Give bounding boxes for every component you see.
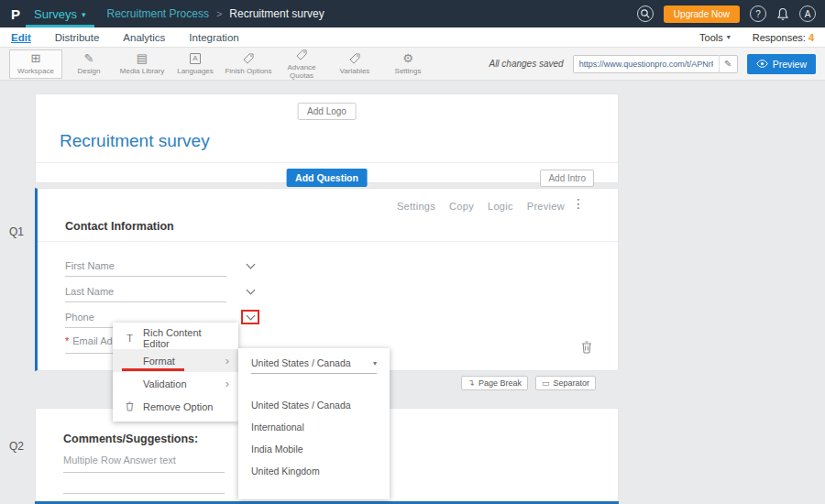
separator-button[interactable]: ▭ Separator (535, 376, 596, 390)
first-name-dropdown-button[interactable] (241, 258, 259, 273)
toolbar-item-workspace[interactable]: ⊞ Workspace (9, 49, 62, 79)
questionpro-logo[interactable]: P (11, 6, 20, 22)
help-button[interactable]: ? (750, 5, 766, 22)
tab-integration[interactable]: Integration (189, 32, 238, 43)
surveys-label: Surveys (34, 7, 77, 21)
add-logo-button[interactable]: Add Logo (297, 103, 357, 120)
option-united-kingdom[interactable]: United Kingdom (238, 460, 390, 482)
builder-toolbar: ⊞ Workspace ✎ Design ▤ Media Library A L… (0, 48, 825, 81)
submenu-arrow-icon: › (226, 355, 229, 367)
question-more-menu-icon[interactable]: ⋮ (572, 196, 585, 211)
menu-item-label: Rich Content Editor (143, 327, 229, 349)
survey-url-field: ✎ (573, 55, 738, 73)
survey-editor-canvas: Add Logo Recruitment survey Add Question… (0, 81, 825, 504)
menu-item-label: Remove Option (143, 401, 213, 412)
format-submenu-panel: United States / Canada ▾ United States /… (238, 348, 390, 499)
main-tab-bar: Edit Distribute Analytics Integration To… (0, 27, 825, 48)
separator-label: Separator (553, 378, 589, 388)
survey-title[interactable]: Recruitment survey (60, 131, 210, 151)
last-name-dropdown-button[interactable] (241, 284, 259, 299)
delete-question-button[interactable] (581, 341, 592, 357)
question-settings-link[interactable]: Settings (397, 201, 435, 212)
toolbar-item-finish-options[interactable]: Finish Options (222, 49, 275, 79)
phone-format-select[interactable]: United States / Canada ▾ (251, 357, 377, 374)
chevron-down-icon (246, 286, 255, 295)
notifications-button[interactable] (776, 7, 789, 21)
toolbar-item-label: Settings (395, 67, 422, 75)
add-question-button[interactable]: Add Question (286, 169, 368, 187)
trash-icon (124, 401, 136, 411)
phone-format-selected-value: United States / Canada (251, 357, 351, 368)
tab-edit[interactable]: Edit (11, 32, 31, 43)
caret-down-icon: ▾ (727, 33, 731, 41)
responses-counter[interactable]: Responses: 4 (753, 32, 814, 43)
caret-down-icon: ▾ (82, 10, 86, 19)
question-logic-link[interactable]: Logic (488, 201, 513, 212)
pencil-icon: ✎ (724, 59, 732, 69)
upgrade-now-button[interactable]: Upgrade Now (664, 5, 740, 23)
tools-label: Tools (699, 32, 723, 43)
menu-item-label: Format (143, 356, 175, 367)
preview-button[interactable]: Preview (747, 54, 816, 74)
question1-title[interactable]: Contact Information (65, 220, 174, 233)
page-break-button[interactable]: ↴ Page Break (461, 376, 528, 390)
question-copy-link[interactable]: Copy (449, 201, 474, 212)
eye-icon (756, 60, 768, 68)
question1-actions: Settings Copy Logic Preview (397, 201, 565, 212)
answer-line (63, 487, 225, 494)
workspace-grid-icon: ⊞ (31, 52, 41, 65)
field-row-first-name[interactable]: First Name (65, 253, 226, 277)
responses-count: 4 (808, 32, 814, 43)
field-row-last-name[interactable]: Last Name (65, 279, 226, 302)
survey-url-input[interactable] (574, 60, 719, 69)
multirow-answer-placeholder[interactable]: Multiple Row Answer text (63, 455, 225, 473)
toolbar-item-media-library[interactable]: ▤ Media Library (116, 49, 169, 79)
field-label: First Name (65, 260, 115, 271)
trash-icon (581, 341, 592, 354)
toolbar-item-label: Finish Options (225, 67, 271, 75)
active-nav-underline (26, 25, 94, 27)
phone-dropdown-button-annotated[interactable] (241, 310, 259, 324)
toolbar-item-languages[interactable]: A Languages (169, 49, 222, 79)
submenu-arrow-icon: › (226, 378, 229, 389)
tab-distribute[interactable]: Distribute (55, 32, 100, 43)
menu-item-rich-content-editor[interactable]: T Rich Content Editor (113, 326, 238, 349)
question2-title[interactable]: Comments/Suggestions: (63, 433, 198, 445)
menu-item-remove-option[interactable]: Remove Option (113, 395, 238, 418)
finish-options-tag-icon (242, 52, 255, 65)
edit-url-button[interactable]: ✎ (719, 55, 737, 73)
required-asterisk: * (65, 335, 69, 346)
chevron-down-icon (246, 260, 255, 269)
toolbar-item-advance-quotas[interactable]: Advance Quotas (275, 49, 328, 79)
annotation-red-underline (122, 368, 184, 371)
menu-item-validation[interactable]: Validation › (113, 372, 238, 395)
toolbar-item-label: Workspace (17, 67, 54, 75)
option-united-states-canada[interactable]: United States / Canada (238, 394, 390, 416)
add-intro-button[interactable]: Add Intro (540, 170, 594, 187)
separator-icon: ▭ (542, 378, 550, 388)
breadcrumb-parent[interactable]: Recruitment Process (107, 7, 209, 20)
breadcrumb-separator-icon: > (216, 8, 222, 19)
search-button[interactable] (637, 5, 654, 22)
rich-text-icon: T (124, 333, 136, 344)
option-india-mobile[interactable]: India Mobile (238, 438, 390, 460)
tools-menu[interactable]: Tools ▾ (699, 32, 731, 43)
toolbar-item-label: Advance Quotas (275, 63, 328, 80)
survey-header-card: Add Logo Recruitment survey Add Question… (35, 93, 619, 183)
menu-item-label: Validation (143, 378, 187, 389)
user-avatar[interactable]: A (799, 5, 816, 22)
save-status: All changes saved (489, 59, 563, 69)
divider (38, 241, 618, 242)
question-preview-link[interactable]: Preview (527, 201, 565, 212)
toolbar-item-settings[interactable]: ⚙ Settings (381, 49, 434, 79)
tab-analytics[interactable]: Analytics (123, 32, 165, 43)
tabbar-right: Tools ▾ Responses: 4 (699, 32, 814, 43)
toolbar-item-label: Languages (177, 67, 214, 75)
toolbar-item-variables[interactable]: Variables (328, 49, 381, 79)
surveys-nav[interactable]: Surveys ▾ (26, 0, 94, 27)
toolbar-item-design[interactable]: ✎ Design (62, 49, 116, 79)
question1-id-label: Q1 (9, 225, 24, 238)
phone-format-options: United States / Canada International Ind… (238, 394, 390, 482)
toolbar-right: All changes saved ✎ Preview (489, 54, 816, 74)
option-international[interactable]: International (238, 416, 390, 438)
